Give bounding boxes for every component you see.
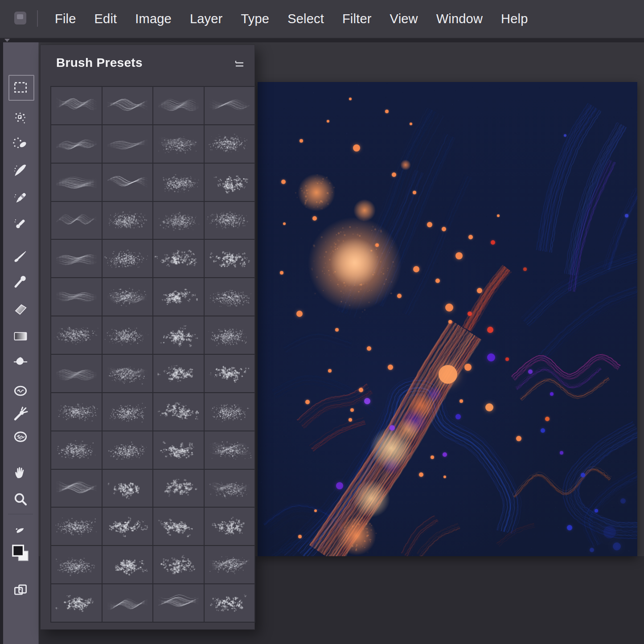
- brush-preset-cell[interactable]: [153, 316, 204, 354]
- brush-thumbnail: [153, 202, 204, 239]
- brush-preset-cell[interactable]: [205, 355, 255, 392]
- hand-tool[interactable]: [12, 464, 29, 481]
- brush-preset-cell[interactable]: [51, 240, 102, 277]
- brush-preset-cell[interactable]: [51, 508, 102, 545]
- brush-preset-cell[interactable]: [103, 164, 153, 201]
- brush-preset-cell[interactable]: [205, 240, 255, 277]
- brush-preset-cell[interactable]: [153, 355, 204, 392]
- brush-thumbnail: [153, 316, 204, 354]
- marker-tool[interactable]: [12, 215, 29, 233]
- brush-preset-cell[interactable]: [51, 164, 102, 201]
- brush-preset-cell[interactable]: [51, 431, 102, 469]
- menu-item-image[interactable]: Image: [135, 12, 172, 26]
- menu-item-file[interactable]: File: [55, 12, 76, 26]
- spray-tool[interactable]: [12, 405, 29, 423]
- eraser-tool[interactable]: [12, 300, 29, 318]
- menubar-separator: [37, 10, 38, 27]
- brush-preset-cell[interactable]: [205, 87, 255, 124]
- brush-preset-cell[interactable]: [103, 431, 153, 469]
- brush-preset-cell[interactable]: [205, 470, 255, 507]
- bold-brush-tool[interactable]: [12, 161, 29, 179]
- brush-thumbnail: [51, 431, 102, 469]
- menu-item-filter[interactable]: Filter: [342, 12, 372, 26]
- menu-item-view[interactable]: View: [390, 12, 418, 26]
- brush-preset-cell[interactable]: [153, 584, 204, 622]
- brush-thumbnail: [205, 125, 255, 163]
- brush-preset-cell[interactable]: [205, 431, 255, 469]
- brush-preset-cell[interactable]: [51, 393, 102, 431]
- brush-preset-cell[interactable]: [103, 125, 153, 163]
- brush-preset-cell[interactable]: [205, 164, 255, 201]
- sponge-tool[interactable]: [12, 428, 29, 446]
- brush-preset-cell[interactable]: [51, 355, 102, 392]
- brush-preset-cell[interactable]: [103, 584, 153, 622]
- pointed-brush-tool[interactable]: [12, 247, 29, 265]
- brush-dial-tool[interactable]: [12, 135, 29, 152]
- brush-preset-cell[interactable]: [205, 546, 255, 583]
- brush-preset-cell[interactable]: [153, 470, 204, 507]
- healing-blob-tool[interactable]: [12, 521, 29, 539]
- brush-thumbnail: [51, 470, 102, 507]
- brush-preset-cell[interactable]: [205, 316, 255, 354]
- brush-preset-cell[interactable]: [51, 316, 102, 354]
- brush-preset-cell[interactable]: [103, 240, 153, 277]
- brush-preset-cell[interactable]: [103, 87, 153, 124]
- brush-preset-cell[interactable]: [153, 546, 204, 583]
- brush-preset-cell[interactable]: [153, 508, 204, 545]
- gradient-tool[interactable]: [12, 327, 29, 345]
- brush-preset-cell[interactable]: [153, 278, 204, 316]
- brush-preset-cell[interactable]: [205, 393, 255, 431]
- brush-preset-cell[interactable]: [103, 202, 153, 239]
- round-brush-tool[interactable]: [12, 273, 29, 291]
- brush-preset-cell[interactable]: [205, 508, 255, 545]
- pen-tool[interactable]: [12, 189, 29, 207]
- brush-preset-cell[interactable]: [51, 470, 102, 507]
- brush-thumbnail: [51, 87, 102, 124]
- collapse-arrow-icon[interactable]: [4, 38, 10, 42]
- brush-preset-cell[interactable]: [51, 584, 102, 622]
- canvas-artwork[interactable]: [258, 82, 637, 556]
- brush-preset-cell[interactable]: [153, 164, 204, 201]
- zoom-tool[interactable]: [12, 490, 29, 508]
- brush-thumbnail: [103, 431, 153, 469]
- brush-thumbnail: [205, 316, 255, 354]
- brush-preset-cell[interactable]: [205, 125, 255, 163]
- brush-preset-cell[interactable]: [205, 278, 255, 316]
- brush-preset-cell[interactable]: [51, 202, 102, 239]
- menu-item-window[interactable]: Window: [436, 12, 483, 26]
- brush-preset-cell[interactable]: [205, 202, 255, 239]
- lasso-scatter-tool[interactable]: [12, 110, 29, 127]
- brush-preset-cell[interactable]: [153, 87, 204, 124]
- brush-preset-cell[interactable]: [51, 125, 102, 163]
- brush-preset-cell[interactable]: [103, 393, 153, 431]
- brush-preset-cell[interactable]: [51, 546, 102, 583]
- panel-menu-icon[interactable]: [232, 59, 246, 69]
- dodge-tool[interactable]: [12, 382, 29, 400]
- color-swatches[interactable]: [12, 544, 29, 562]
- brush-preset-cell[interactable]: [153, 240, 204, 277]
- blur-drop-tool[interactable]: [12, 353, 29, 371]
- brush-thumbnail: [51, 278, 102, 316]
- brush-preset-cell[interactable]: [103, 546, 153, 583]
- brush-preset-cell[interactable]: [103, 278, 153, 316]
- menu-item-help[interactable]: Help: [501, 12, 528, 26]
- dodge-icon: [12, 382, 29, 399]
- brush-preset-cell[interactable]: [103, 316, 153, 354]
- brush-preset-cell[interactable]: [103, 470, 153, 507]
- menu-item-edit[interactable]: Edit: [94, 12, 117, 26]
- brush-preset-cell[interactable]: [103, 355, 153, 392]
- marquee-tool[interactable]: [12, 78, 29, 96]
- menu-item-type[interactable]: Type: [241, 12, 269, 26]
- brush-preset-cell[interactable]: [103, 508, 153, 545]
- menu-item-layer[interactable]: Layer: [190, 12, 223, 26]
- menu-item-select[interactable]: Select: [287, 12, 324, 26]
- brush-preset-cell[interactable]: [51, 278, 102, 316]
- brush-preset-cell[interactable]: [153, 393, 204, 431]
- brush-thumbnail: [205, 355, 255, 392]
- brush-preset-cell[interactable]: [205, 584, 255, 622]
- clone-frames-tool[interactable]: [12, 581, 29, 599]
- brush-preset-cell[interactable]: [153, 431, 204, 469]
- brush-preset-cell[interactable]: [51, 87, 102, 124]
- brush-preset-cell[interactable]: [153, 125, 204, 163]
- brush-preset-cell[interactable]: [153, 202, 204, 239]
